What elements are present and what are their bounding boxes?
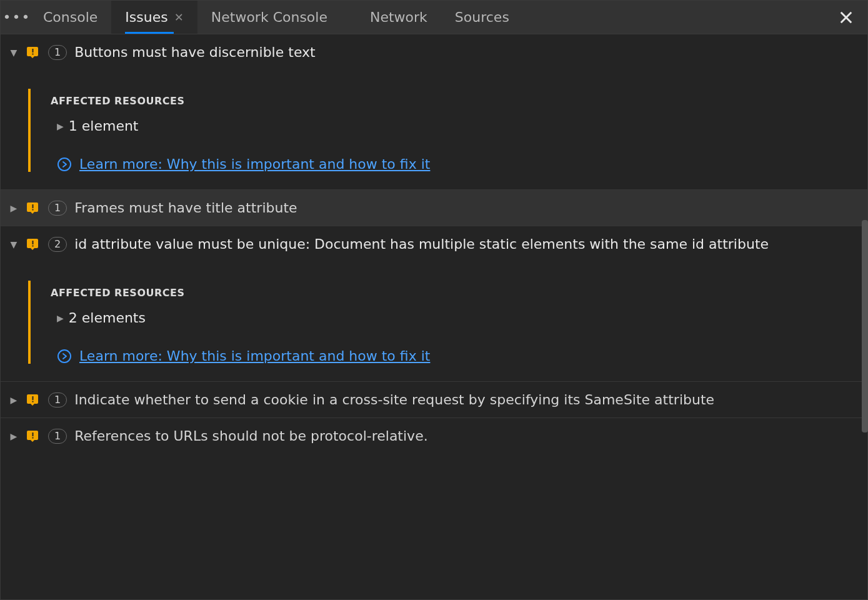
- chevron-down-icon: ▼: [9, 48, 18, 58]
- issues-list[interactable]: ▼ 1 Buttons must have discernible text A…: [1, 34, 867, 599]
- chevron-right-icon: ▶: [9, 431, 18, 441]
- scrollbar-thumb[interactable]: [862, 220, 868, 432]
- affected-resources-label: AFFECTED RESOURCES: [51, 287, 430, 299]
- svg-point-4: [58, 158, 71, 171]
- elements-count: 2 elements: [69, 310, 146, 326]
- elements-disclosure[interactable]: ▶ 2 elements: [57, 310, 430, 326]
- warning-icon: [26, 429, 41, 444]
- svg-rect-8: [32, 245, 34, 246]
- chevron-right-icon: ▶: [9, 203, 18, 213]
- issue-body: AFFECTED RESOURCES ▶ 2 elements Learn mo…: [1, 262, 867, 382]
- svg-rect-10: [32, 396, 34, 400]
- chevron-right-icon: ▶: [57, 313, 64, 323]
- close-icon[interactable]: ✕: [174, 11, 184, 24]
- tab-label: Console: [43, 9, 97, 25]
- svg-rect-13: [32, 437, 34, 438]
- tab-label: Network Console: [211, 9, 327, 25]
- tab-label: Network: [370, 9, 427, 25]
- issue-body-content: AFFECTED RESOURCES ▶ 1 element Learn mor…: [51, 89, 430, 172]
- svg-rect-6: [32, 209, 34, 210]
- close-icon: [839, 11, 853, 24]
- issue-row[interactable]: ▶ 1 Indicate whether to send a cookie in…: [1, 382, 867, 418]
- tab-label: Issues: [125, 9, 167, 25]
- tab-bar: ••• Console Issues ✕ Network Console Net…: [1, 1, 867, 34]
- affected-resources-label: AFFECTED RESOURCES: [51, 95, 430, 107]
- count-badge: 1: [48, 392, 67, 408]
- elements-count: 1 element: [69, 118, 139, 134]
- tab-label: Sources: [455, 9, 509, 25]
- warning-icon: [26, 392, 41, 408]
- accent-bar: [28, 281, 31, 364]
- svg-rect-7: [32, 241, 34, 244]
- chevron-right-icon: ▶: [57, 121, 64, 131]
- issue-body-content: AFFECTED RESOURCES ▶ 2 elements Learn mo…: [51, 281, 430, 364]
- tab-console[interactable]: Console: [29, 1, 111, 34]
- warning-icon: [26, 201, 41, 216]
- close-panel-button[interactable]: [830, 1, 862, 34]
- arrow-circle-icon: [57, 349, 72, 364]
- issue-title: References to URLs should not be protoco…: [74, 428, 427, 444]
- svg-rect-2: [32, 49, 34, 52]
- arrow-circle-icon: [57, 157, 72, 172]
- warning-icon: [26, 45, 41, 60]
- issue-title: id attribute value must be unique: Docum…: [74, 236, 769, 252]
- svg-rect-12: [32, 432, 34, 436]
- count-badge: 1: [48, 201, 67, 216]
- count-badge: 1: [48, 429, 67, 444]
- learn-more-link[interactable]: Learn more: Why this is important and ho…: [79, 348, 430, 364]
- tab-sources[interactable]: Sources: [441, 1, 523, 34]
- issue-row[interactable]: ▶ 1 References to URLs should not be pro…: [1, 418, 867, 454]
- svg-rect-5: [32, 204, 34, 208]
- issue-title: Frames must have title attribute: [74, 200, 297, 216]
- svg-rect-3: [32, 53, 34, 54]
- warning-icon: [26, 237, 41, 252]
- learn-more-link[interactable]: Learn more: Why this is important and ho…: [79, 156, 430, 172]
- issue-title: Indicate whether to send a cookie in a c…: [74, 392, 714, 408]
- svg-point-9: [58, 350, 71, 362]
- chevron-right-icon: ▶: [9, 395, 18, 405]
- devtools-panel: ••• Console Issues ✕ Network Console Net…: [0, 0, 868, 600]
- tab-network[interactable]: Network: [341, 1, 441, 34]
- tab-set: Console Issues ✕ Network Console Network…: [29, 1, 523, 34]
- learn-more-line: Learn more: Why this is important and ho…: [57, 348, 430, 364]
- issue-body: AFFECTED RESOURCES ▶ 1 element Learn mor…: [1, 70, 867, 190]
- count-badge: 1: [48, 45, 67, 60]
- svg-rect-11: [32, 401, 34, 402]
- accent-bar: [28, 89, 31, 172]
- tab-issues[interactable]: Issues ✕: [111, 1, 197, 34]
- issue-row[interactable]: ▼ 1 Buttons must have discernible text: [1, 34, 867, 70]
- issue-title: Buttons must have discernible text: [74, 44, 315, 60]
- elements-disclosure[interactable]: ▶ 1 element: [57, 118, 430, 134]
- tab-network-console[interactable]: Network Console: [197, 1, 341, 34]
- more-menu-button[interactable]: •••: [4, 1, 29, 34]
- issue-row[interactable]: ▼ 2 id attribute value must be unique: D…: [1, 226, 867, 262]
- issue-row[interactable]: ▶ 1 Frames must have title attribute: [1, 190, 867, 226]
- learn-more-line: Learn more: Why this is important and ho…: [57, 156, 430, 172]
- count-badge: 2: [48, 237, 67, 252]
- chevron-down-icon: ▼: [9, 239, 18, 249]
